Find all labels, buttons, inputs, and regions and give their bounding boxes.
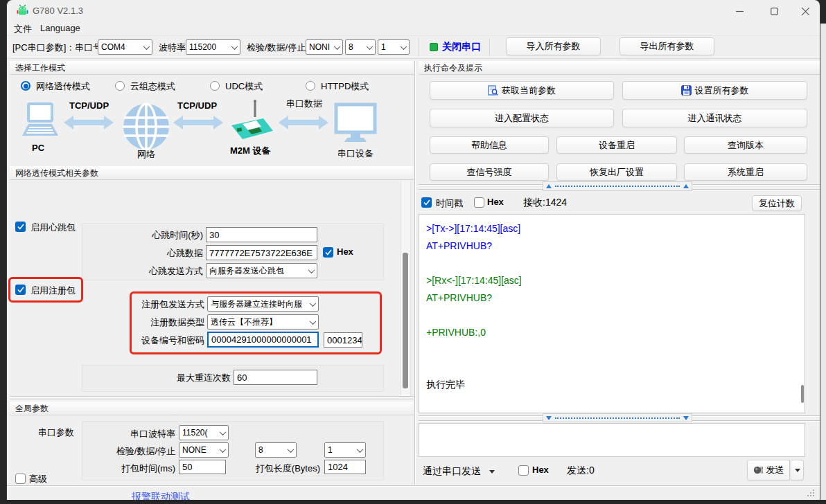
enter-comm-button[interactable]: 进入通讯状态 <box>622 109 807 127</box>
save-icon <box>681 85 692 96</box>
reconnect-input[interactable]: 60 <box>234 370 317 385</box>
network-globe-icon <box>122 102 170 151</box>
hb-data-input[interactable]: 7777772E7573722E636E <box>206 245 317 260</box>
left-panel-scrollbar[interactable] <box>401 181 411 397</box>
send-splitter-handle[interactable] <box>543 413 692 422</box>
check-icon <box>17 224 24 230</box>
hb-time-input[interactable]: 30 <box>206 227 317 242</box>
g-databits-combo[interactable]: 8 <box>255 442 297 458</box>
hb-mode-combo[interactable]: 向服务器发送心跳包 <box>206 263 317 278</box>
send-via-caret-icon[interactable] <box>489 470 495 474</box>
desktop-bottom-strip <box>0 500 826 504</box>
hb-time-label: 心跳时间(秒) <box>111 229 203 242</box>
radio-httpd-mode[interactable] <box>306 81 315 91</box>
pack-len-input[interactable]: 1024 <box>324 460 366 474</box>
baud-combo[interactable]: 115200 <box>186 39 240 55</box>
com-port-combo[interactable]: COM4 <box>98 39 152 55</box>
device-password-input[interactable]: 0001234 <box>324 332 362 348</box>
sent-count: 发送:0 <box>567 465 595 477</box>
reset-count-button[interactable]: 复位计数 <box>752 195 802 211</box>
reg-type-combo[interactable]: 透传云【不推荐】 <box>207 314 319 330</box>
diagram-tcp1-label: TCP/UDP <box>69 100 109 111</box>
stopbits-combo[interactable]: 1 <box>378 39 410 55</box>
query-version-button[interactable]: 查询版本 <box>684 136 807 154</box>
export-params-button[interactable]: 导出所有参数 <box>620 37 714 55</box>
enter-config-button[interactable]: 进入配置状态 <box>430 109 614 127</box>
radio-net-transparent[interactable] <box>21 81 30 91</box>
maximize-icon <box>771 8 778 15</box>
send-button-label: 发送 <box>766 464 784 476</box>
query-signal-button[interactable]: 查信号强度 <box>430 163 549 181</box>
advanced-checkbox[interactable] <box>15 474 26 484</box>
pack-time-input[interactable]: 50 <box>179 460 226 474</box>
parity-label: 检验/数据/停止 <box>247 42 306 54</box>
menu-language[interactable]: Language <box>37 22 83 34</box>
system-reboot-button[interactable]: 系统重启 <box>684 163 807 181</box>
radio-cloud-scada[interactable] <box>115 81 125 91</box>
bottom-divider <box>7 485 820 487</box>
timestamp-checkbox[interactable] <box>421 197 432 208</box>
pc-serial-label: [PC串口参数]：串口号 <box>12 42 102 54</box>
get-params-button[interactable]: 获取当前参数 <box>430 81 614 100</box>
log-hex-checkbox[interactable] <box>474 197 484 208</box>
send-options-caret-button[interactable] <box>791 460 804 480</box>
help-info-button[interactable]: 帮助信息 <box>430 136 549 154</box>
g-baud-combo[interactable]: 11520( <box>179 425 229 440</box>
send-button[interactable]: 发送 <box>747 460 790 480</box>
check-icon <box>325 249 332 255</box>
heartbeat-enable-checkbox[interactable] <box>15 222 26 232</box>
menu-file[interactable]: 文件 <box>11 22 35 36</box>
import-params-button[interactable]: 导入所有参数 <box>506 37 601 55</box>
maximize-button[interactable] <box>764 3 784 19</box>
work-mode-header: 选择工作模式 <box>10 61 414 75</box>
reconnect-panel <box>82 365 384 392</box>
serial-device-monitor-icon <box>334 102 377 143</box>
chevron-down-icon <box>334 43 341 50</box>
net-params-header: 网络透传模式相关参数 <box>10 166 414 180</box>
databits-value: 8 <box>349 42 353 52</box>
parity-combo[interactable]: NONI <box>306 39 343 55</box>
log-scrollbar-thumb[interactable] <box>801 385 804 403</box>
databits-combo[interactable]: 8 <box>345 39 376 55</box>
g-parity-combo[interactable]: NONE <box>179 442 229 458</box>
send-hex-label: Hex <box>532 465 549 475</box>
stopbits-value: 1 <box>381 42 386 52</box>
set-params-button[interactable]: 设置所有参数 <box>622 81 807 100</box>
left-panel-scrollbar-thumb[interactable] <box>403 253 408 388</box>
log-output-area[interactable]: >[Tx->][17:14:45][asc] AT+PRIVHUB? >[Rx<… <box>419 214 805 413</box>
radio-cloud-scada-label: 云组态模式 <box>130 80 175 93</box>
check-icon <box>423 199 430 206</box>
global-params-header: 全局参数 <box>10 402 414 415</box>
window-title: G780 V2.1.3 <box>33 6 83 16</box>
device-restart-button[interactable]: 设备重启 <box>556 136 677 154</box>
chevron-down-icon <box>310 300 317 307</box>
arrow-m2m-serial-icon <box>279 114 328 131</box>
reg-mode-combo[interactable]: 与服务器建立连接时向服 <box>207 296 319 312</box>
app-icon <box>17 4 28 17</box>
minimize-button[interactable] <box>729 3 750 19</box>
device-id-input[interactable]: 00004291000000000001 <box>207 332 319 348</box>
radio-udc-mode[interactable] <box>210 81 220 91</box>
send-input-area[interactable] <box>419 423 805 457</box>
reconnect-label: 最大重连次数 <box>161 372 231 384</box>
close-serial-button[interactable]: 关闭串口 <box>442 41 481 53</box>
chevron-down-icon <box>143 43 150 50</box>
resize-grip[interactable] <box>807 489 815 497</box>
register-enable-label: 启用注册包 <box>30 285 76 297</box>
collapse-up-icon <box>546 184 552 188</box>
reg-type-label: 注册数据类型 <box>135 316 204 329</box>
reg-mode-value: 与服务器建立连接时向服 <box>211 298 302 310</box>
send-hex-checkbox[interactable] <box>518 465 529 476</box>
arrow-net-m2m-icon <box>173 114 223 131</box>
factory-reset-button[interactable]: 恢复出厂设置 <box>556 163 677 181</box>
m2m-device-icon <box>229 99 274 142</box>
register-enable-checkbox[interactable] <box>15 285 26 295</box>
log-splitter-handle[interactable] <box>543 181 692 191</box>
hb-hex-checkbox[interactable] <box>323 247 333 258</box>
g-stopbits-combo[interactable]: 1 <box>324 442 366 458</box>
close-button[interactable] <box>795 3 816 19</box>
g-databits-value: 8 <box>258 445 263 455</box>
g-baud-label: 串口波特率 <box>106 428 175 440</box>
send-via-dropdown[interactable]: 通过串口发送 <box>423 465 481 478</box>
splitter-dots <box>555 417 680 419</box>
